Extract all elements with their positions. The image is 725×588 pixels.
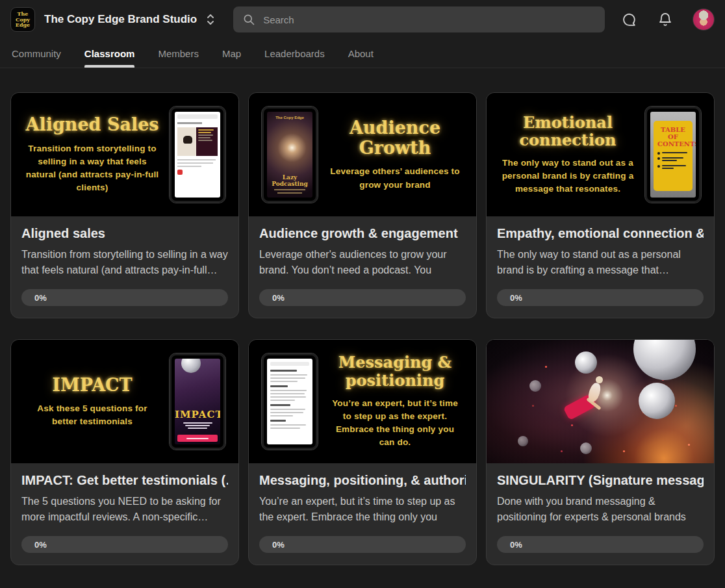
progress-bar: 0%	[497, 289, 704, 306]
tablet-mockup	[262, 353, 318, 450]
cover-headline: Aligned Sales	[24, 114, 160, 134]
course-card-singularity[interactable]: SINGULARITY (Signature messagi… Done wit…	[486, 339, 715, 565]
tablet-mockup	[170, 107, 225, 203]
cover-headline: IMPACT	[24, 375, 160, 395]
tablet-title-text: TABLE OF CONTENTS	[657, 126, 689, 147]
cover-subtext: Leverage others’ audiences to grow your …	[327, 165, 463, 192]
progress-bar: 0%	[21, 289, 228, 306]
course-description: Done with you brand messaging & position…	[497, 494, 704, 525]
tab-map[interactable]: Map	[222, 39, 241, 68]
course-card-audience-growth[interactable]: The Copy Edge Lazy Podcasting Audience G…	[248, 92, 477, 318]
progress-bar: 0%	[259, 289, 466, 306]
header-actions	[622, 8, 715, 31]
tablet-mockup: The Copy Edge Lazy Podcasting	[262, 107, 318, 203]
progress-label: 0%	[510, 293, 522, 303]
course-card-messaging-positioning[interactable]: Messaging & positioning You’re an expert…	[248, 339, 477, 565]
course-description: The 5 questions you NEED to be asking fo…	[21, 494, 228, 525]
course-title: Audience growth & engagement	[259, 226, 466, 241]
course-cover-image	[487, 340, 714, 463]
cover-headline: Emotional connection	[509, 114, 626, 149]
course-title: Aligned sales	[21, 226, 228, 241]
course-description: The only way to stand out as a personal …	[497, 247, 704, 278]
progress-label: 0%	[510, 540, 522, 550]
progress-bar: 0%	[21, 536, 228, 553]
disco-ball-graphic	[181, 359, 201, 373]
progress-label: 0%	[34, 540, 47, 550]
chat-icon[interactable]	[622, 12, 638, 28]
course-description: Transition from storytelling to selling …	[21, 247, 228, 278]
search-input[interactable]	[263, 14, 596, 25]
disco-ball-graphic	[639, 383, 675, 419]
tab-leaderboards[interactable]: Leaderboards	[264, 39, 325, 68]
course-description: Leverage other's audiences to grow your …	[259, 247, 466, 278]
user-avatar[interactable]	[693, 8, 715, 31]
course-cover-image: Messaging & positioning You’re an expert…	[249, 340, 476, 463]
tab-community[interactable]: Community	[12, 39, 61, 68]
galaxy-artwork	[487, 340, 714, 463]
cover-headline: Audience Growth	[327, 118, 463, 158]
course-description: You’re an expert, but it’s time to step …	[259, 494, 466, 525]
course-cover-image: IMPACT Ask these 5 questions for better …	[11, 340, 238, 463]
course-cover-image: The Copy Edge Lazy Podcasting Audience G…	[249, 93, 476, 216]
community-logo-text: The Copy Edge	[16, 11, 30, 27]
course-title: IMPACT: Get better testimonials (…	[21, 473, 228, 488]
disco-ball-graphic	[633, 340, 696, 380]
course-card-aligned-sales[interactable]: Aligned Sales Transition from storytelli…	[10, 92, 239, 318]
tablet-title-text: Lazy Podcasting	[270, 174, 310, 187]
search-icon	[242, 13, 255, 26]
tablet-mockup: TABLE OF CONTENTS	[645, 107, 701, 203]
tablet-mockup: IMPACT	[170, 353, 225, 450]
tab-classroom[interactable]: Classroom	[84, 39, 135, 68]
progress-bar: 0%	[497, 536, 704, 553]
progress-label: 0%	[272, 540, 285, 550]
top-header-bar: The Copy Edge The Copy Edge Brand Studio	[0, 0, 725, 39]
tablet-brand-text: The Copy Edge	[270, 116, 310, 120]
progress-label: 0%	[272, 293, 285, 303]
course-title: SINGULARITY (Signature messagi…	[497, 473, 704, 488]
cover-subtext: Ask these 5 questions for better testimo…	[24, 402, 160, 429]
tab-about[interactable]: About	[348, 39, 374, 68]
progress-bar: 0%	[259, 536, 466, 553]
course-title: Messaging, positioning, & authority	[259, 473, 466, 488]
course-grid: Aligned Sales Transition from storytelli…	[0, 68, 725, 578]
course-cover-image: Emotional connection The only way to sta…	[487, 93, 714, 216]
cover-subtext: The only way to stand out as a personal …	[500, 157, 636, 196]
cover-subtext: Transition from storytelling to selling …	[24, 142, 160, 195]
community-logo[interactable]: The Copy Edge	[10, 7, 35, 32]
cover-subtext: You’re an expert, but it’s time to step …	[327, 397, 463, 450]
course-cover-image: Aligned Sales Transition from storytelli…	[11, 93, 238, 216]
course-card-impact-testimonials[interactable]: IMPACT Ask these 5 questions for better …	[10, 339, 239, 565]
notifications-bell-icon[interactable]	[657, 12, 673, 27]
cover-headline: Messaging & positioning	[327, 353, 463, 389]
nav-tabs: Community Classroom Members Map Leaderbo…	[0, 39, 725, 68]
course-title: Empathy, emotional connection & …	[497, 226, 704, 241]
progress-label: 0%	[34, 293, 47, 303]
disco-ball-graphic	[575, 352, 597, 374]
community-switcher-icon[interactable]	[206, 13, 215, 26]
community-title[interactable]: The Copy Edge Brand Studio	[44, 13, 197, 26]
tab-members[interactable]: Members	[158, 39, 199, 68]
search-bar[interactable]	[233, 6, 605, 32]
course-card-emotional-connection[interactable]: Emotional connection The only way to sta…	[486, 92, 715, 318]
tablet-title-text: IMPACT	[175, 409, 220, 420]
